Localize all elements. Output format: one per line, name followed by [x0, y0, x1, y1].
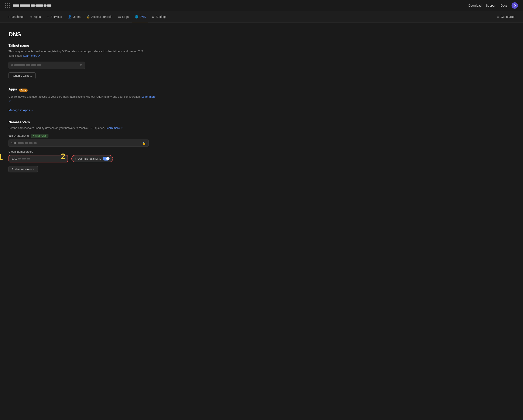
- override-dns-label: Override local DNS: [78, 157, 101, 160]
- copy-icon[interactable]: ⧉: [80, 64, 82, 67]
- get-started-btn[interactable]: ☆ Get started: [494, 13, 518, 20]
- nav-users-label: Users: [73, 15, 81, 18]
- tailnet-learn-more-link[interactable]: Learn more ↗: [23, 54, 40, 57]
- nameservers-title: Nameservers: [8, 120, 157, 124]
- nav-services-label: Services: [50, 15, 62, 18]
- logo: [13, 4, 51, 7]
- apps-section-title: Apps: [8, 88, 17, 91]
- main-content: DNS Tailnet name This unique name is use…: [0, 23, 166, 189]
- tailnet-name-value: [11, 64, 80, 66]
- override-dns-toggle[interactable]: [103, 157, 110, 161]
- annotation-1: 1: [0, 153, 3, 162]
- chevron-down-icon: ▾: [33, 168, 35, 171]
- global-ns-label: Global nameservers: [8, 150, 157, 153]
- global-ns-row: 1 100. 2 ℹ Override local DNS: [8, 155, 157, 162]
- nameservers-section: Nameservers Set the nameservers used by …: [8, 120, 157, 172]
- settings-icon: ⚙: [152, 15, 155, 18]
- tailnet-name-desc: This unique name is used when registerin…: [8, 49, 157, 58]
- lock-nav-icon: 🔒: [86, 15, 90, 18]
- nameservers-desc: Set the nameservers used by devices on y…: [8, 126, 157, 130]
- magic-dns-badge: ✦ MagicDNS: [31, 134, 49, 138]
- main-nav: ⊞ Machines ⊕ Apps ◎ Services 👤 Users 🔒 A…: [0, 11, 523, 23]
- docs-link[interactable]: Docs: [500, 4, 507, 7]
- apps-title-row: Apps Beta: [8, 88, 157, 93]
- nav-apps-label: Apps: [34, 15, 41, 18]
- tailnet-name-title: Tailnet name: [8, 44, 157, 48]
- apps-icon: ⊕: [30, 15, 33, 18]
- nav-apps[interactable]: ⊕ Apps: [28, 13, 43, 20]
- dns-server-input: 100. 🔒: [8, 139, 149, 147]
- dns-ip-value: 100.: [11, 141, 142, 145]
- nav-access-controls-label: Access controls: [91, 15, 112, 18]
- machines-icon: ⊞: [8, 15, 10, 18]
- avatar[interactable]: Q: [512, 2, 518, 9]
- beta-badge: Beta: [19, 89, 28, 92]
- logs-icon: ▭: [118, 15, 121, 18]
- page-title: DNS: [8, 31, 157, 38]
- global-ns-input[interactable]: 100.: [8, 155, 68, 162]
- info-icon: ℹ: [75, 157, 76, 160]
- nav-machines-label: Machines: [11, 15, 24, 18]
- apps-desc: Control device and user access to your t…: [8, 95, 157, 104]
- override-dns-row: ℹ Override local DNS: [71, 155, 113, 162]
- manage-in-apps-link[interactable]: Manage in Apps →: [8, 108, 33, 112]
- topbar: Download Support Docs Q: [0, 0, 523, 11]
- nav-logs[interactable]: ▭ Logs: [115, 13, 131, 20]
- get-started-label: Get started: [501, 15, 515, 18]
- tailnet-name-section: Tailnet name This unique name is used wh…: [8, 44, 157, 79]
- apps-section: Apps Beta Control device and user access…: [8, 88, 157, 112]
- nav-services[interactable]: ◎ Services: [44, 13, 65, 20]
- nav-dns-label: DNS: [139, 15, 146, 18]
- star-icon: ☆: [497, 15, 499, 18]
- nav-machines[interactable]: ⊞ Machines: [5, 13, 27, 20]
- annotation-1-wrapper: 1 100.: [8, 155, 68, 162]
- nameserver-dots-menu[interactable]: ···: [116, 156, 123, 162]
- nav-access-controls[interactable]: 🔒 Access controls: [84, 13, 115, 20]
- annotation-2: 2: [61, 152, 65, 161]
- nav-dns[interactable]: 🌐 DNS: [132, 13, 148, 20]
- nav-users[interactable]: 👤 Users: [65, 13, 83, 20]
- services-icon: ◎: [47, 15, 49, 18]
- add-nameserver-button[interactable]: Add nameserver ▾: [8, 166, 38, 172]
- add-ns-label: Add nameserver: [12, 168, 32, 171]
- users-icon: 👤: [68, 15, 72, 18]
- topbar-right: Download Support Docs Q: [468, 2, 518, 9]
- nameservers-learn-more-link[interactable]: Learn more ↗: [106, 126, 123, 129]
- download-link[interactable]: Download: [468, 4, 482, 7]
- magic-dns-row: taile043a3.ts.net ✦ MagicDNS: [8, 134, 157, 138]
- grid-icon[interactable]: [5, 3, 10, 8]
- nav-settings-label: Settings: [156, 15, 167, 18]
- dns-icon: 🌐: [135, 15, 138, 18]
- lock-icon: 🔒: [142, 141, 146, 145]
- override-dns-wrapper: 2 ℹ Override local DNS: [71, 155, 113, 162]
- nav-settings[interactable]: ⚙ Settings: [149, 13, 169, 20]
- support-link[interactable]: Support: [486, 4, 496, 7]
- nav-logs-label: Logs: [122, 15, 129, 18]
- topbar-left: [5, 3, 51, 8]
- rename-tailnet-button[interactable]: Rename tailnet...: [8, 73, 36, 79]
- global-nameservers-section: Global nameservers 1 100. 2 ℹ: [8, 150, 157, 162]
- ns-hostname: taile043a3.ts.net: [8, 134, 29, 137]
- tailnet-name-input: ⧉: [8, 62, 85, 69]
